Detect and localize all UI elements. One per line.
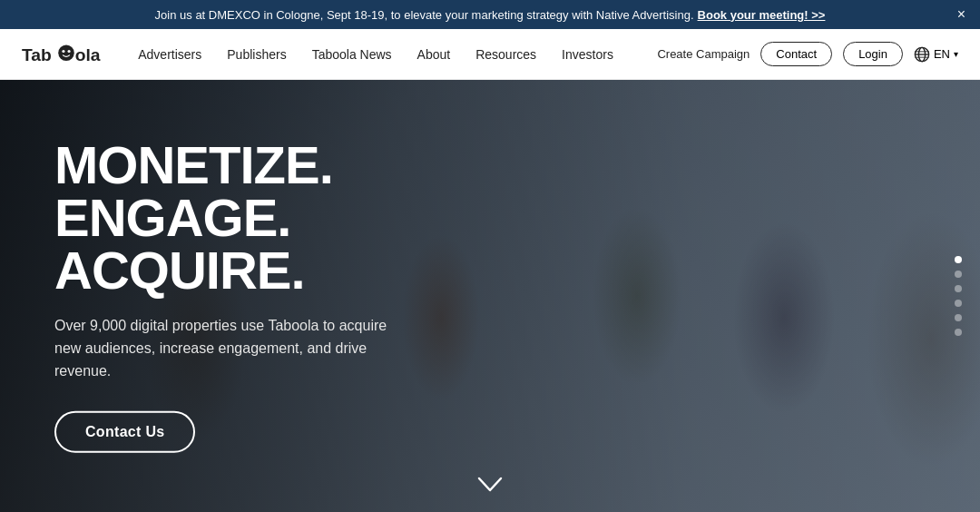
- scroll-dot-6[interactable]: [955, 329, 962, 336]
- nav-right: Create Campaign Contact Login EN ▾: [657, 42, 958, 66]
- create-campaign-button[interactable]: Create Campaign: [657, 47, 750, 61]
- chevron-down-icon: [477, 477, 503, 493]
- navbar: Tab ola Advertisers Publishers Taboola N…: [0, 29, 980, 80]
- scroll-dot-2[interactable]: [955, 271, 962, 278]
- close-announcement-button[interactable]: ×: [957, 7, 965, 22]
- nav-about[interactable]: About: [417, 47, 451, 62]
- lang-chevron-icon: ▾: [954, 49, 958, 59]
- scroll-dot-5[interactable]: [955, 314, 962, 321]
- logo[interactable]: Tab ola: [22, 42, 109, 67]
- scroll-dot-1[interactable]: [955, 256, 962, 263]
- scroll-dot-3[interactable]: [955, 285, 962, 292]
- contact-button[interactable]: Contact: [760, 42, 832, 66]
- hero-content: MONETIZE. ENGAGE. ACQUIRE. Over 9,000 di…: [54, 139, 399, 453]
- scroll-down-indicator[interactable]: [477, 477, 503, 497]
- svg-point-3: [67, 49, 70, 52]
- announcement-link[interactable]: Book your meeting! >>: [698, 8, 826, 22]
- scroll-dots: [955, 256, 962, 336]
- announcement-text: Join us at DMEXCO in Cologne, Sept 18-19…: [155, 8, 694, 22]
- nav-investors[interactable]: Investors: [562, 47, 613, 62]
- hero-contact-us-button[interactable]: Contact Us: [54, 411, 195, 453]
- globe-icon: [914, 46, 930, 63]
- language-label: EN: [934, 47, 950, 61]
- svg-point-1: [58, 44, 74, 61]
- svg-text:ola: ola: [75, 45, 101, 64]
- hero-subtext: Over 9,000 digital properties use Tabool…: [54, 315, 399, 382]
- nav-publishers[interactable]: Publishers: [227, 47, 286, 62]
- svg-point-2: [62, 49, 64, 52]
- nav-taboola-news[interactable]: Taboola News: [312, 47, 392, 62]
- headline-monetize: MONETIZE.: [54, 139, 399, 192]
- headline-engage: ENGAGE.: [54, 192, 399, 244]
- svg-text:Tab: Tab: [22, 45, 52, 64]
- hero-headline: MONETIZE. ENGAGE. ACQUIRE.: [54, 139, 399, 297]
- nav-links: Advertisers Publishers Taboola News Abou…: [138, 47, 657, 62]
- announcement-bar: Join us at DMEXCO in Cologne, Sept 18-19…: [0, 0, 980, 29]
- hero-section: MONETIZE. ENGAGE. ACQUIRE. Over 9,000 di…: [0, 80, 980, 512]
- login-button[interactable]: Login: [843, 42, 903, 66]
- language-selector[interactable]: EN ▾: [914, 46, 958, 63]
- nav-resources[interactable]: Resources: [475, 47, 536, 62]
- scroll-dot-4[interactable]: [955, 300, 962, 307]
- nav-advertisers[interactable]: Advertisers: [138, 47, 201, 62]
- headline-acquire: ACQUIRE.: [54, 244, 399, 297]
